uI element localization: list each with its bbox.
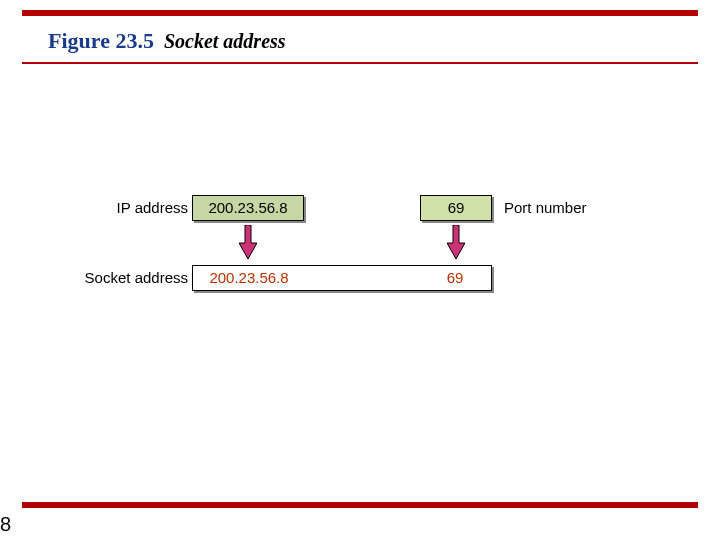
- figure-title: Socket address: [164, 30, 286, 53]
- ip-address-box: 200.23.56.8: [192, 195, 304, 221]
- socket-port-value: 69: [419, 266, 491, 290]
- arrow-down-icon: [239, 225, 257, 259]
- arrow-row: [80, 225, 640, 265]
- socket-address-box: 200.23.56.8 69: [192, 265, 492, 291]
- diagram: IP address 200.23.56.8 69 Port number So…: [80, 195, 640, 295]
- arrow-down-icon: [447, 225, 465, 259]
- bottom-rule: [22, 502, 698, 508]
- socket-ip-value: 200.23.56.8: [193, 266, 305, 290]
- socket-row: Socket address 200.23.56.8 69: [80, 265, 640, 295]
- heading-underline: [22, 62, 698, 64]
- svg-marker-1: [447, 225, 465, 259]
- source-row: IP address 200.23.56.8 69 Port number: [80, 195, 640, 225]
- page-number: 8: [0, 513, 11, 536]
- top-rule: [22, 10, 698, 16]
- svg-marker-0: [239, 225, 257, 259]
- figure-heading: Figure 23.5 Socket address: [48, 28, 286, 54]
- figure-number: Figure 23.5: [48, 28, 154, 54]
- ip-address-label: IP address: [80, 199, 188, 216]
- socket-address-label: Socket address: [80, 269, 188, 286]
- page: Figure 23.5 Socket address IP address 20…: [0, 0, 720, 540]
- port-number-label: Port number: [504, 199, 587, 216]
- port-number-box: 69: [420, 195, 492, 221]
